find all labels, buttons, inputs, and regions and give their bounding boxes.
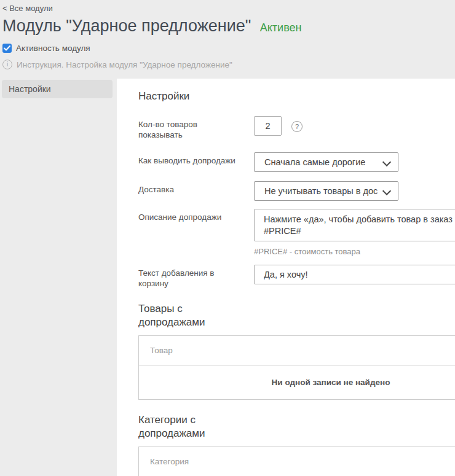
order-field-label: Как выводить допродажи <box>138 152 237 172</box>
main-content: Настройки Кол-во товаров показывать ? Ка… <box>117 79 455 476</box>
question-icon[interactable]: ? <box>291 121 303 132</box>
delivery-field: Доставка Не учитывать товары в дос <box>138 181 455 201</box>
module-settings-page: < Все модули Модуль "Ударное предложение… <box>0 0 455 476</box>
qty-field: Кол-во товаров показывать ? <box>138 116 455 140</box>
breadcrumb[interactable]: < Все модули <box>2 4 53 13</box>
delivery-field-label: Доставка <box>138 181 237 201</box>
info-icon: i <box>2 60 12 69</box>
products-section-heading: Товары с допродажами <box>138 302 237 329</box>
checkmark-icon <box>4 45 10 51</box>
description-field-label: Описание допродажи <box>138 209 237 256</box>
categories-section-heading: Категории с допродажами <box>138 413 237 440</box>
instruction-link[interactable]: i Инструкция. Настройка модуля "Ударное … <box>2 60 449 69</box>
order-select[interactable]: Сначала самые дорогие <box>254 152 398 172</box>
page-header: < Все модули Модуль "Ударное предложение… <box>0 0 455 79</box>
description-field: Описание допродажи Нажмите «да», чтобы д… <box>138 209 455 256</box>
sidebar-item-settings[interactable]: Настройки <box>2 80 113 98</box>
products-table-header: Товар <box>139 336 455 365</box>
price-placeholder-hint: #PRICE# - стоимость товара <box>254 247 455 256</box>
cart-text-field-label: Текст добавления в корзину <box>138 265 237 289</box>
qty-field-label: Кол-во товаров показывать <box>138 116 237 140</box>
qty-input[interactable] <box>254 116 282 136</box>
products-table: Товар Ни одной записи не найдено <box>138 335 455 400</box>
delivery-select[interactable]: Не учитывать товары в дос <box>254 181 398 201</box>
instruction-text: Инструкция. Настройка модуля "Ударное пр… <box>17 60 232 69</box>
description-textarea[interactable]: Нажмите «да», чтобы добавить товар в зак… <box>254 209 455 241</box>
categories-table-header: Категория <box>139 447 455 476</box>
delivery-select-value: Не учитывать товары в дос <box>264 186 378 196</box>
cart-text-input[interactable] <box>254 265 455 284</box>
status-badge: Активен <box>260 21 302 34</box>
chevron-down-icon <box>382 187 391 195</box>
categories-table: Категория <box>138 447 455 476</box>
order-select-value: Сначала самые дорогие <box>264 157 365 167</box>
order-field: Как выводить допродажи Сначала самые дор… <box>138 152 455 172</box>
cart-text-field: Текст добавления в корзину <box>138 265 455 289</box>
products-table-empty-row: Ни одной записи не найдено <box>139 365 455 399</box>
page-title: Модуль "Ударное предложение" <box>2 17 251 35</box>
activity-checkbox-label: Активность модуля <box>16 44 90 53</box>
chevron-down-icon <box>382 158 391 166</box>
settings-heading: Настройки <box>138 90 455 103</box>
sidebar: Настройки <box>0 79 117 476</box>
activity-checkbox[interactable] <box>2 44 12 53</box>
